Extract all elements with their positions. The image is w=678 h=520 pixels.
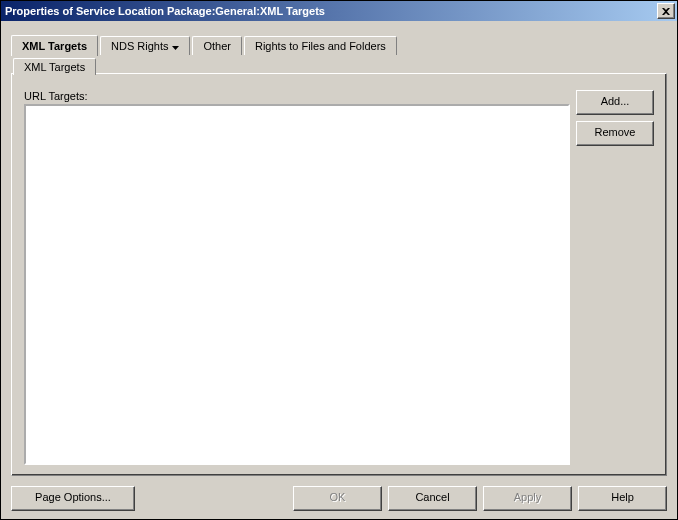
close-button[interactable] (657, 3, 675, 19)
subtab-label: XML Targets (24, 61, 85, 73)
tab-label: NDS Rights (111, 40, 168, 52)
tab-label: XML Targets (22, 40, 87, 52)
tab-label: Rights to Files and Folders (255, 40, 386, 52)
page-options-button[interactable]: Page Options... (11, 486, 135, 511)
cancel-button[interactable]: Cancel (388, 486, 477, 511)
add-button[interactable]: Add... (576, 90, 654, 115)
apply-button[interactable]: Apply (483, 486, 572, 511)
subtab-xml-targets[interactable]: XML Targets (13, 58, 96, 75)
url-targets-listbox[interactable] (24, 104, 570, 465)
help-button[interactable]: Help (578, 486, 667, 511)
tab-other[interactable]: Other (192, 36, 242, 55)
tab-rights-files-folders[interactable]: Rights to Files and Folders (244, 36, 397, 55)
close-icon (662, 8, 670, 15)
tab-nds-rights[interactable]: NDS Rights (100, 36, 190, 55)
tab-label: Other (203, 40, 231, 52)
remove-button[interactable]: Remove (576, 121, 654, 146)
window-title: Properties of Service Location Package:G… (5, 5, 657, 17)
dialog-window: Properties of Service Location Package:G… (0, 0, 678, 520)
side-buttons: Add... Remove (576, 90, 654, 465)
subtabs-row: XML Targets (11, 54, 667, 74)
client-area: XML Targets NDS Rights Other Rights to F… (1, 21, 677, 519)
ok-button[interactable]: OK (293, 486, 382, 511)
tabs-row: XML Targets NDS Rights Other Rights to F… (11, 33, 667, 55)
content-row: URL Targets: Add... Remove (24, 90, 654, 465)
tab-panel: URL Targets: Add... Remove (11, 73, 667, 476)
tab-xml-targets[interactable]: XML Targets (11, 35, 98, 56)
url-targets-column: URL Targets: (24, 90, 570, 465)
footer-buttons: Page Options... OK Cancel Apply Help (11, 486, 667, 511)
titlebar: Properties of Service Location Package:G… (1, 1, 677, 21)
url-targets-label: URL Targets: (24, 90, 570, 102)
chevron-down-icon (172, 40, 179, 52)
